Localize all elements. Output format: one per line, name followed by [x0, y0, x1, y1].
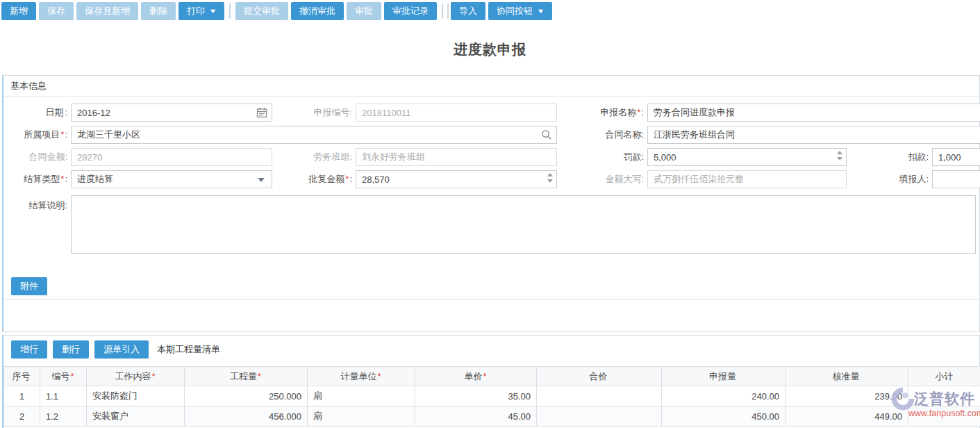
penalty-input[interactable]	[647, 148, 847, 166]
settle-type-label: 结算类型*:	[8, 170, 67, 188]
cell-seq[interactable]: 1	[4, 386, 40, 406]
penalty-label: 罚款:	[579, 148, 644, 166]
col-header-work-content: 工作内容*	[87, 367, 185, 386]
chevron-down-icon: ▼	[209, 8, 217, 15]
filler-field	[932, 170, 980, 188]
col-header-seq: 序号	[4, 367, 40, 386]
new-button[interactable]: 新增	[1, 2, 36, 20]
delete-button[interactable]: 删除	[141, 2, 176, 20]
cell-approved-qty[interactable]: 449.00	[786, 406, 908, 427]
toolbar-separator	[447, 3, 449, 19]
deduction-input[interactable]	[932, 148, 980, 166]
spinner-up-icon[interactable]	[547, 173, 553, 176]
search-icon[interactable]	[541, 129, 552, 140]
approval-record-button[interactable]: 审批记录	[384, 2, 437, 20]
save-button[interactable]: 保存	[39, 2, 74, 20]
cell-work-content[interactable]: 安装防盗门	[87, 386, 185, 406]
contract-name-input[interactable]	[647, 126, 980, 144]
contract-amount-field	[71, 148, 272, 166]
deduction-label: 扣款:	[880, 148, 929, 166]
cell-total-price[interactable]	[537, 406, 662, 427]
project-field	[71, 126, 557, 144]
declare-no-label: 申报编号:	[288, 104, 352, 122]
calendar-icon[interactable]	[256, 107, 267, 118]
work-quantity-table: 序号 编号* 工作内容* 工程量* 计量单位* 单价* 合价 申报量 核准量 小…	[3, 366, 980, 427]
attachment-button[interactable]: 附件	[11, 277, 47, 295]
chevron-down-icon	[258, 178, 265, 182]
cell-code[interactable]: 1.1	[40, 386, 87, 406]
settle-note-textarea[interactable]	[71, 195, 976, 254]
cell-approved-qty[interactable]: 239.00	[786, 386, 908, 406]
print-dropdown-button[interactable]: 打印 ▼	[178, 2, 224, 20]
approve-button[interactable]: 审批	[347, 2, 381, 20]
toolbar-separator	[229, 3, 231, 19]
settle-type-select[interactable]: 进度结算	[71, 170, 272, 188]
amount-caps-input	[647, 170, 847, 188]
col-header-declared-qty: 申报量	[662, 367, 786, 386]
collaborate-label: 协同按钮	[497, 5, 533, 17]
deduction-field	[932, 148, 980, 166]
cell-subtotal[interactable]	[908, 386, 980, 406]
grid-toolbar: 增行 删行 源单引入 本期工程量清单	[11, 340, 220, 359]
submit-approval-button[interactable]: 提交审批	[235, 2, 288, 20]
declare-name-label: 申报名称*:	[579, 104, 644, 122]
labor-team-label: 劳务班组:	[288, 148, 352, 166]
col-header-quantity: 工程量*	[185, 367, 308, 386]
labor-team-field	[356, 148, 557, 166]
contract-amount-input	[71, 148, 272, 166]
spinner-down-icon[interactable]	[837, 157, 842, 160]
spinner-down-icon[interactable]	[547, 179, 553, 183]
declare-no-field	[356, 104, 557, 122]
cancel-approval-button[interactable]: 撤消审批	[291, 2, 344, 20]
col-header-unit: 计量单位*	[308, 367, 415, 386]
add-row-button[interactable]: 增行	[11, 340, 47, 359]
col-header-approved-qty: 核准量	[786, 367, 908, 386]
cell-quantity[interactable]: 456.000	[185, 406, 308, 427]
approved-amount-label: 批复金额*:	[288, 170, 352, 188]
cell-unit-price[interactable]: 45.00	[415, 406, 537, 427]
cell-code[interactable]: 1.2	[40, 406, 87, 427]
filler-input[interactable]	[932, 170, 980, 188]
number-spinner	[547, 173, 553, 183]
cell-seq[interactable]: 2	[4, 406, 40, 427]
delete-row-button[interactable]: 删行	[53, 340, 89, 359]
import-button[interactable]: 导入	[451, 2, 485, 20]
print-label: 打印	[187, 5, 205, 17]
cell-work-content[interactable]: 安装窗户	[87, 406, 185, 427]
contract-name-label: 合同名称:	[579, 126, 644, 144]
import-source-button[interactable]: 源单引入	[94, 340, 149, 359]
project-label: 所属项目*:	[8, 126, 67, 144]
divider	[3, 299, 979, 299]
approved-amount-input[interactable]	[356, 170, 557, 188]
cell-subtotal[interactable]	[908, 406, 980, 427]
amount-caps-label: 金额大写:	[579, 170, 644, 188]
cell-total-price[interactable]	[537, 386, 662, 406]
declare-no-input	[356, 104, 557, 122]
filler-label: 填报人:	[880, 170, 929, 188]
grid-title: 本期工程量清单	[157, 343, 220, 356]
project-input[interactable]	[71, 126, 557, 144]
declare-name-input[interactable]	[647, 104, 980, 122]
cell-unit-price[interactable]: 35.00	[415, 386, 537, 406]
cell-quantity[interactable]: 250.000	[185, 386, 308, 406]
collaborate-dropdown-button[interactable]: 协同按钮 ▼	[488, 2, 552, 20]
page-title: 进度款申报	[0, 40, 980, 59]
date-label: 日期:	[8, 104, 67, 122]
labor-team-input	[356, 148, 557, 166]
basic-info-panel: 基本信息 日期: 申报编号: 申报名称*: 所属项目*:	[2, 75, 980, 332]
declare-name-field	[647, 104, 980, 122]
number-spinner	[837, 151, 842, 160]
cell-declared-qty[interactable]: 240.00	[662, 386, 786, 406]
save-and-new-button[interactable]: 保存且新增	[76, 2, 138, 20]
col-header-unit-price: 单价*	[415, 367, 537, 386]
spinner-up-icon[interactable]	[837, 151, 842, 154]
col-header-subtotal: 小计	[908, 367, 980, 386]
table-row: 2 1.2 安装窗户 456.000 扇 45.00 450.00 449.00	[4, 406, 980, 427]
cell-unit[interactable]: 扇	[308, 406, 415, 427]
cell-declared-qty[interactable]: 450.00	[662, 406, 786, 427]
date-input[interactable]	[71, 104, 272, 122]
col-header-code: 编号*	[40, 367, 87, 386]
cell-unit[interactable]: 扇	[308, 386, 415, 406]
main-toolbar: 新增 保存 保存且新增 删除 打印 ▼ 提交审批 撤消审批 审批 审批记录 导入…	[0, 0, 980, 24]
amount-caps-field	[647, 170, 847, 188]
